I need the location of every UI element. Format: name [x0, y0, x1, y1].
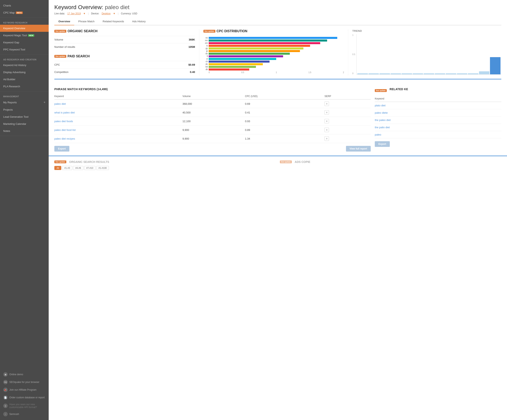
sidebar-item-charts[interactable]: Charts: [0, 2, 49, 9]
related-export-button[interactable]: Export: [375, 141, 390, 147]
sidebar-item-cpc-map[interactable]: CPC Map BETA: [0, 9, 49, 16]
cpc-bar-fill: [209, 55, 283, 57]
sidebar-item-pla-research[interactable]: PLA Research: [0, 83, 49, 90]
competition-label: Competition: [54, 70, 68, 74]
megaphone-icon: 📣: [3, 388, 8, 392]
sidebar-item-display-advertising[interactable]: Display Advertising: [0, 69, 49, 76]
cpc-bar-label: dk: [204, 68, 208, 70]
cpc-bar-label: cl: [204, 58, 208, 60]
sidebar-item-keyword-ad-history[interactable]: Keyword Ad History: [0, 62, 49, 69]
phrase-match-export-button[interactable]: Export: [54, 146, 69, 151]
cpc-bar-row: do: [204, 53, 344, 55]
view-full-report-button[interactable]: View full report: [346, 146, 371, 151]
sidebar-item-notes[interactable]: Notes: [0, 127, 49, 135]
tab-related-keywords[interactable]: Related Keywords: [99, 18, 128, 25]
sidebar-item-semrush[interactable]: ↑ Semrush: [0, 410, 49, 418]
competition-value: 0.40: [190, 70, 195, 74]
serp-icon[interactable]: ≡: [324, 110, 329, 115]
sidebar-item-label: Have you seen our new customizable API f…: [9, 403, 45, 409]
cpc-bar-track: [209, 58, 344, 60]
sidebar-item-custom-db[interactable]: 📄 Order custom database or report: [0, 394, 49, 401]
related-kw-link[interactable]: plato diet: [375, 104, 386, 107]
sidebar-item-projects[interactable]: Projects: [0, 106, 49, 113]
related-kw-link[interactable]: the paleo diet: [375, 118, 391, 122]
device-label: Device:: [91, 12, 99, 15]
filter-tab[interactable]: #4-#6: [73, 166, 83, 170]
volume-cell: 9,900: [183, 134, 245, 143]
serp-icon[interactable]: ≡: [324, 128, 329, 132]
date-selector[interactable]: 17 Jan 2019: [67, 12, 81, 15]
serp-cell: ≡: [324, 126, 371, 134]
sidebar-item-my-reports[interactable]: My Reports +: [0, 98, 49, 106]
filter-tab[interactable]: All: [54, 166, 61, 170]
sidebar-item-label: Semrush: [9, 413, 19, 416]
related-export-area: Export: [375, 141, 501, 147]
keyword-link[interactable]: what is paleo diet: [54, 111, 75, 114]
related-kw-link[interactable]: paleo: [375, 133, 381, 136]
keyword-link[interactable]: paleo diet: [54, 102, 66, 105]
serp-icon[interactable]: ≡: [324, 102, 329, 106]
cpc-bar-fill: [209, 61, 269, 63]
cpc-cell: 0.69: [245, 99, 324, 108]
filter-tab[interactable]: #1-#3: [62, 166, 72, 170]
trend-y-0: 0: [352, 72, 355, 75]
list-item: paleo diete: [375, 109, 501, 117]
phrase-match-panel: PHRASE MATCH KEYWORDS (14,499) Keyword V…: [54, 88, 371, 151]
num-results-row: Number of results 105M: [54, 43, 195, 50]
volume-cell: 40,500: [183, 108, 245, 117]
sidebar-item-label: Order custom database or report: [9, 396, 45, 399]
sidebar-item-keyword-overview[interactable]: Keyword Overview: [0, 25, 49, 32]
col-keyword: Keyword: [54, 94, 183, 99]
related-kw-link[interactable]: paleo diete: [375, 111, 388, 114]
plus-icon[interactable]: +: [44, 101, 45, 104]
monitor-icon: ▣: [3, 372, 8, 377]
sidebar-item-label: PPC Keyword Tool: [3, 48, 25, 51]
filter-tab[interactable]: #7-#10: [84, 166, 96, 170]
organic-results-title-text: ORGANIC SEARCH RESULTS: [69, 160, 109, 164]
serp-icon[interactable]: ≡: [324, 136, 329, 141]
cpc-bar-fill: [209, 45, 310, 47]
keyword-link[interactable]: paleo diet food list: [54, 128, 76, 131]
date-chevron[interactable]: ▼: [83, 12, 85, 15]
cpc-bar-label: mn: [204, 39, 208, 41]
volume-row: Volume 368K: [54, 36, 195, 43]
tab-overview[interactable]: Overview: [54, 18, 74, 25]
serp-icon[interactable]: ≡: [324, 119, 329, 123]
sidebar-item-keyword-magic[interactable]: Keyword Magic Tool NEW: [0, 32, 49, 39]
cpc-bar-track: [209, 53, 344, 55]
device-chevron[interactable]: ▼: [113, 12, 115, 15]
trend-title: TREND: [352, 29, 501, 32]
filter-tab[interactable]: #1-#100: [96, 166, 109, 170]
sidebar-item-keyword-gap[interactable]: Keyword Gap: [0, 39, 49, 46]
title-prefix: Keyword Overview:: [54, 4, 103, 10]
tab-phrase-match[interactable]: Phrase Match: [74, 18, 99, 25]
sidebar-item-ppc-keyword[interactable]: PPC Keyword Tool: [0, 46, 49, 53]
keyword-link[interactable]: paleo diet recipes: [54, 137, 75, 140]
device-selector[interactable]: Desktop: [102, 12, 111, 15]
sidebar-item-label: Charts: [3, 4, 11, 7]
cpc-bar-label: om: [204, 42, 208, 44]
serp-cell: ≡: [324, 99, 371, 108]
cpc-cell: 0.93: [245, 117, 324, 126]
related-kw-link[interactable]: the palio diet: [375, 126, 390, 129]
tab-ads-history[interactable]: Ads History: [128, 18, 150, 25]
sidebar-item-ad-builder[interactable]: Ad Builder: [0, 76, 49, 83]
filter-tabs: All#1-#3#4-#6#7-#10#1-#100: [54, 166, 276, 170]
cpc-bar-row: ch: [204, 60, 344, 63]
table-row: paleo diet foods12,1000.93≡: [54, 117, 371, 126]
sidebar-item-affiliate[interactable]: 📣 Join our Affiliate Program: [0, 386, 49, 394]
ads-copies-title: live update ADS COPIE: [280, 160, 501, 164]
list-item: paleo: [375, 131, 501, 138]
cpc-bar-label: do: [204, 53, 208, 55]
keyword-link[interactable]: paleo diet foods: [54, 120, 73, 123]
sidebar-item-seoquake[interactable]: SQ SEOquake for your browser: [0, 378, 49, 386]
currency-label: Currency: USD: [121, 12, 137, 15]
sidebar-item-api[interactable]: {} Have you seen our new customizable AP…: [0, 401, 49, 410]
section-label-management: MANAGEMENT: [0, 93, 49, 98]
sidebar-item-online-demo[interactable]: ▣ Online demo: [0, 371, 49, 378]
organic-title-text: ORGANIC SEARCH: [68, 29, 98, 33]
sidebar-item-marketing-calendar[interactable]: Marketing Calendar: [0, 120, 49, 127]
cpc-value: $0.69: [188, 63, 195, 66]
cpc-bar-fill: [209, 53, 290, 55]
sidebar-item-lead-gen[interactable]: Lead Generation Tool: [0, 113, 49, 120]
